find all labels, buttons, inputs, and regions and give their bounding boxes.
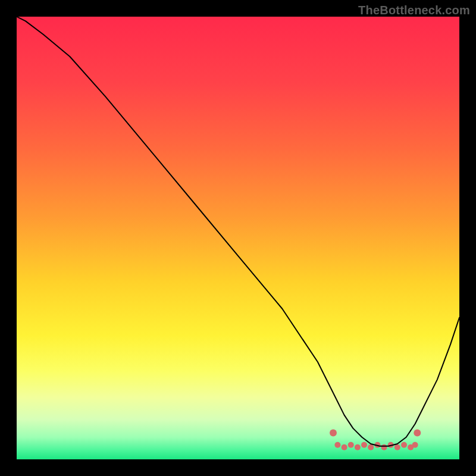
optimal-dot — [381, 444, 387, 450]
optimal-dot — [348, 442, 354, 448]
bottleneck-chart — [17, 17, 459, 459]
optimal-dot — [401, 442, 407, 448]
gradient-background — [17, 17, 459, 459]
optimal-dot — [334, 442, 340, 448]
watermark-text: TheBottleneck.com — [358, 4, 470, 17]
optimal-dot — [355, 444, 361, 450]
optimal-dot — [414, 429, 421, 436]
plot-area — [17, 17, 459, 459]
optimal-dot — [394, 444, 400, 450]
chart-stage: TheBottleneck.com — [0, 0, 476, 476]
optimal-dot — [412, 442, 418, 448]
optimal-dot — [368, 444, 374, 450]
optimal-dot — [330, 429, 337, 436]
optimal-dot — [361, 442, 367, 448]
optimal-dot — [342, 444, 347, 450]
